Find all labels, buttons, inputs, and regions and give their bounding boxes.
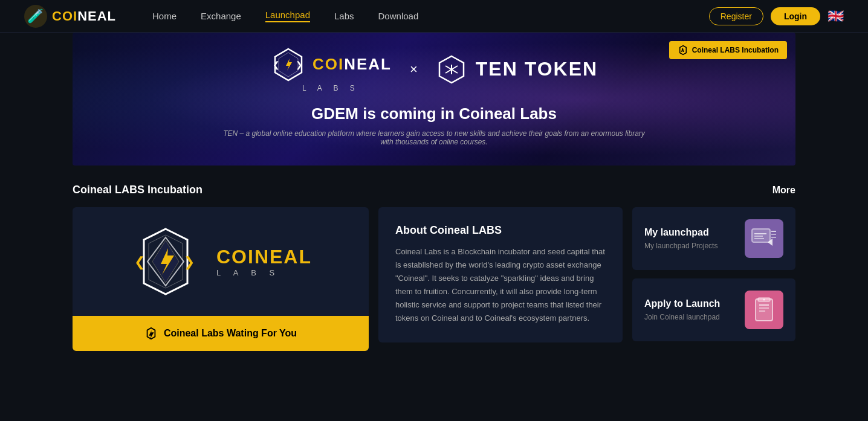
svg-text:🧪: 🧪	[27, 8, 44, 24]
my-launchpad-subtitle: My launchpad Projects	[644, 242, 717, 250]
labs-card-bolt-icon: ❮ ❯	[129, 225, 202, 298]
logo-suffix: NEAL	[77, 8, 116, 24]
cards-row: ❮ ❯ COINEAL L A B S Coineal	[73, 207, 795, 351]
cross-symbol: ×	[410, 62, 418, 77]
svg-point-30	[763, 299, 765, 301]
flag-icon[interactable]: 🇬🇧	[828, 8, 844, 24]
labs-card-logo-area: ❮ ❯ COINEAL L A B S	[73, 207, 369, 316]
badge-icon	[678, 45, 688, 56]
ten-token-logo: TEN TOKEN	[436, 54, 598, 85]
labs-big-subtitle: L A B S	[216, 268, 280, 277]
apply-launch-card[interactable]: Apply to Launch Join Coineal launchpad	[632, 278, 795, 341]
apply-launch-subtitle: Join Coineal launchpad	[644, 313, 720, 321]
launchpad-icon-svg	[750, 224, 779, 253]
hero-logos: ❮ ❯ COINEAL L A B S × TEN TO	[270, 47, 598, 92]
cta-label: Coineal Labs Wating For You	[164, 328, 297, 339]
svg-text:❯: ❯	[184, 254, 195, 270]
hero-coineal-text: COINEAL	[313, 55, 392, 74]
logo-icon: 🧪	[24, 5, 47, 28]
apply-launch-icon	[745, 291, 783, 329]
apply-launch-title: Apply to Launch	[644, 298, 720, 309]
ten-token-text: TEN TOKEN	[476, 58, 598, 80]
hero-title: GDEM is coming in Coineal Labs	[311, 104, 557, 123]
hero-labs-text: L A B S	[302, 84, 360, 92]
nav-exchange[interactable]: Exchange	[201, 11, 241, 21]
cta-bolt-icon	[144, 327, 158, 340]
logo-prefix: COI	[52, 8, 77, 24]
main-content: Coineal LABS Incubation More ❮	[0, 166, 868, 369]
hero-banner: Coineal LABS Incubation ❮ ❯ COINEAL	[73, 33, 795, 166]
section-header: Coineal LABS Incubation More	[73, 184, 795, 196]
nav-actions: Register Login 🇬🇧	[709, 7, 844, 25]
my-launchpad-icon	[745, 219, 783, 258]
my-launchpad-card[interactable]: My launchpad My launchpad Projects	[632, 207, 795, 270]
apply-launch-info: Apply to Launch Join Coineal launchpad	[644, 298, 720, 321]
svg-rect-25	[756, 299, 772, 321]
labs-cta-button[interactable]: Coineal Labs Wating For You	[73, 316, 369, 351]
logo[interactable]: 🧪 COINEAL	[24, 5, 116, 28]
svg-text:❮: ❮	[273, 60, 280, 70]
badge-label: Coineal LABS Incubation	[692, 46, 779, 54]
logo-text: COINEAL	[52, 8, 116, 24]
my-launchpad-title: My launchpad	[644, 227, 717, 238]
nav-links: Home Exchange Launchpad Labs Download	[152, 10, 709, 22]
login-button[interactable]: Login	[771, 7, 820, 25]
about-card: About Coineal LABS Coineal Labs is a Blo…	[378, 207, 623, 342]
register-button[interactable]: Register	[709, 7, 763, 25]
nav-launchpad[interactable]: Launchpad	[265, 10, 310, 22]
about-title: About Coineal LABS	[395, 224, 606, 237]
labs-card: ❮ ❯ COINEAL L A B S Coineal	[73, 207, 369, 351]
about-text: Coineal Labs is a Blockchain incubator a…	[395, 245, 606, 326]
apply-icon-svg	[750, 295, 779, 324]
nav-labs[interactable]: Labs	[334, 11, 354, 21]
navbar: 🧪 COINEAL Home Exchange Launchpad Labs D…	[0, 0, 868, 33]
nav-download[interactable]: Download	[378, 11, 419, 21]
labs-badge: Coineal LABS Incubation	[669, 41, 787, 59]
coineal-labs-logo: ❮ ❯ COINEAL L A B S	[270, 47, 392, 92]
ten-token-icon	[436, 54, 467, 85]
section-title-right: More	[772, 185, 795, 196]
coineal-bolt-hex: ❮ ❯	[270, 47, 306, 83]
hero-subtitle: TEN – a global online education platform…	[222, 129, 646, 146]
section-title-left: Coineal LABS Incubation	[73, 184, 202, 196]
right-cards: My launchpad My launchpad Projects	[632, 207, 795, 341]
nav-home[interactable]: Home	[152, 11, 177, 21]
svg-text:❯: ❯	[296, 60, 303, 70]
svg-text:❮: ❮	[134, 254, 145, 270]
labs-card-text: COINEAL L A B S	[216, 246, 312, 277]
my-launchpad-info: My launchpad My launchpad Projects	[644, 227, 717, 250]
labs-big-coineal: COINEAL	[216, 246, 312, 268]
